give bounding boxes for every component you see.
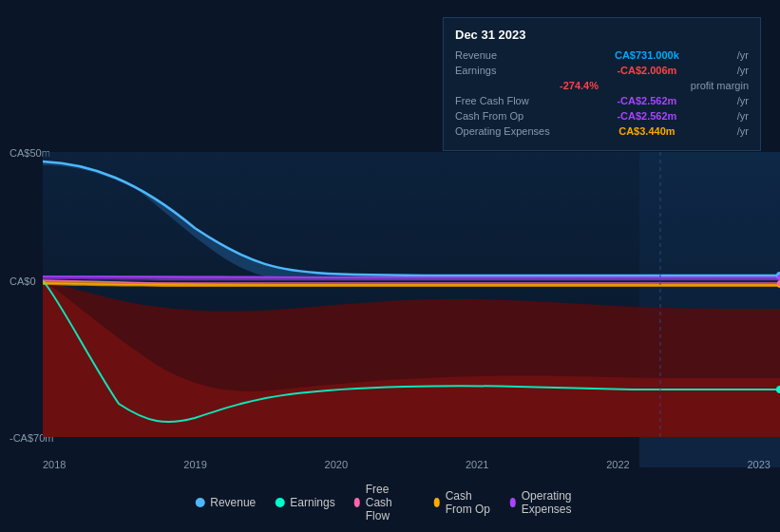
x-label-2023: 2023 [747,459,770,470]
chart-container: Dec 31 2023 Revenue CA$731.000k /yr Earn… [0,0,780,532]
tooltip-unit-fcf: /yr [737,95,749,106]
x-label-2020: 2020 [325,459,348,470]
tooltip-unit-cashfromop: /yr [737,110,749,122]
x-label-2022: 2022 [606,459,629,470]
legend-label-earnings: Earnings [290,496,334,509]
legend-item-fcf[interactable]: Free Cash Flow [354,483,415,522]
tooltip-label-earnings: Earnings [455,65,560,76]
tooltip-value-fcf: -CA$2.562m [617,95,676,106]
tooltip-label-fcf: Free Cash Flow [455,95,560,106]
legend-dot-earnings [275,498,284,507]
legend-dot-fcf [354,498,360,507]
tooltip-title: Dec 31 2023 [455,28,749,42]
legend-item-earnings[interactable]: Earnings [275,496,334,509]
tooltip-value-margin: -274.4% [560,80,599,91]
tooltip-row-margin: -274.4% profit margin [560,80,749,91]
tooltip-row-fcf: Free Cash Flow -CA$2.562m /yr [455,95,749,106]
legend-dot-revenue [195,498,204,507]
legend-label-cashfromop: Cash From Op [446,489,491,516]
tooltip-value-revenue: CA$731.000k [615,49,679,61]
tooltip-row-earnings: Earnings -CA$2.006m /yr [455,65,749,76]
tooltip-value-opex: CA$3.440m [618,125,675,137]
legend-label-opex: Operating Expenses [522,489,585,516]
tooltip-row-opex: Operating Expenses CA$3.440m /yr [455,125,749,137]
tooltip-label-cashfromop: Cash From Op [455,110,560,122]
tooltip-unit-earnings: /yr [737,65,749,76]
tooltip-unit-margin: profit margin [691,80,749,91]
tooltip-value-cashfromop: -CA$2.562m [617,110,676,122]
tooltip-row-revenue: Revenue CA$731.000k /yr [455,49,749,61]
tooltip-row-cashfromop: Cash From Op -CA$2.562m /yr [455,110,749,122]
legend-item-cashfromop[interactable]: Cash From Op [434,489,491,516]
tooltip-label-revenue: Revenue [455,49,560,61]
legend-item-revenue[interactable]: Revenue [195,496,256,509]
legend: Revenue Earnings Free Cash Flow Cash Fro… [195,483,585,522]
legend-label-fcf: Free Cash Flow [366,483,415,522]
x-label-2021: 2021 [466,459,488,470]
legend-label-revenue: Revenue [210,496,256,509]
x-labels: 2018 2019 2020 2021 2022 2023 [43,459,770,470]
chart-svg [43,152,780,437]
tooltip-label-opex: Operating Expenses [455,125,560,137]
tooltip-unit-opex: /yr [737,125,749,137]
tooltip-unit-revenue: /yr [737,49,749,61]
y-label-mid: CA$0 [10,276,36,287]
tooltip-box: Dec 31 2023 Revenue CA$731.000k /yr Earn… [443,17,761,151]
x-label-2018: 2018 [43,459,66,470]
legend-dot-opex [510,498,516,507]
legend-dot-cashfromop [434,498,440,507]
legend-item-opex[interactable]: Operating Expenses [510,489,585,516]
x-label-2019: 2019 [183,459,206,470]
tooltip-value-earnings: -CA$2.006m [617,65,676,76]
